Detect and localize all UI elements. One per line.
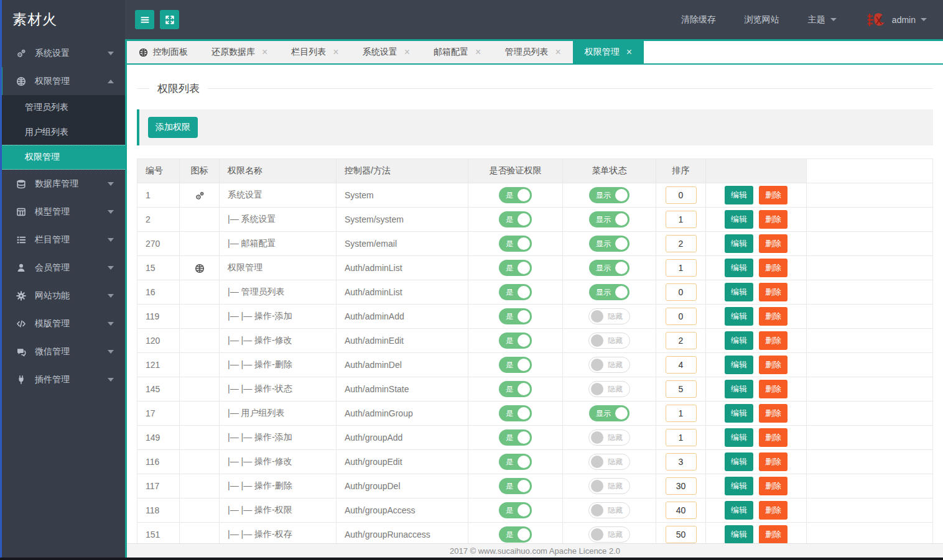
close-icon[interactable]: × [626, 47, 632, 57]
delete-button[interactable]: 删除 [759, 452, 787, 471]
menu-state-toggle[interactable]: 隐藏 [588, 502, 630, 518]
edit-button[interactable]: 编辑 [725, 477, 753, 495]
sort-input[interactable] [666, 235, 697, 252]
tab[interactable]: 权限管理× [573, 41, 644, 63]
delete-button[interactable]: 删除 [759, 404, 787, 423]
sort-input[interactable] [666, 332, 697, 349]
tab[interactable]: 控制面板 [127, 41, 200, 63]
menu-state-toggle[interactable]: 隐藏 [588, 381, 630, 397]
delete-button[interactable]: 删除 [759, 501, 787, 520]
sort-input[interactable] [666, 186, 697, 204]
menu-state-toggle[interactable]: 隐藏 [588, 333, 630, 349]
sort-input[interactable] [666, 429, 697, 446]
verify-toggle[interactable]: 是 [499, 260, 532, 276]
edit-button[interactable]: 编辑 [725, 331, 753, 350]
delete-button[interactable]: 删除 [759, 477, 787, 495]
sort-input[interactable] [666, 477, 697, 495]
sort-input[interactable] [666, 356, 697, 374]
tab[interactable]: 栏目列表× [279, 41, 350, 63]
sidebar-toggle-button[interactable] [135, 10, 154, 29]
tab[interactable]: 邮箱配置× [422, 41, 493, 63]
sidebar-item[interactable]: 网站功能 [0, 282, 125, 310]
delete-button[interactable]: 删除 [759, 283, 787, 301]
menu-state-toggle[interactable]: 隐藏 [588, 357, 630, 373]
delete-button[interactable]: 删除 [759, 210, 787, 229]
sidebar-item[interactable]: 权限管理 [0, 67, 125, 95]
verify-toggle[interactable]: 是 [499, 429, 532, 446]
delete-button[interactable]: 删除 [759, 525, 787, 543]
menu-state-toggle[interactable]: 显示 [589, 284, 629, 300]
verify-toggle[interactable]: 是 [499, 284, 532, 300]
verify-toggle[interactable]: 是 [499, 187, 532, 203]
verify-toggle[interactable]: 是 [499, 211, 532, 227]
edit-button[interactable]: 编辑 [725, 525, 753, 543]
delete-button[interactable]: 删除 [759, 259, 787, 277]
verify-toggle[interactable]: 是 [499, 405, 532, 421]
sort-input[interactable] [666, 526, 697, 543]
edit-button[interactable]: 编辑 [725, 259, 753, 277]
sort-input[interactable] [666, 211, 697, 228]
edit-button[interactable]: 编辑 [725, 307, 753, 326]
menu-state-toggle[interactable]: 隐藏 [588, 526, 630, 543]
edit-button[interactable]: 编辑 [725, 501, 753, 520]
verify-toggle[interactable]: 是 [499, 308, 532, 324]
close-icon[interactable]: × [555, 47, 560, 57]
clear-cache-link[interactable]: 清除缓存 [681, 14, 716, 25]
edit-button[interactable]: 编辑 [725, 404, 753, 423]
verify-toggle[interactable]: 是 [499, 357, 532, 373]
delete-button[interactable]: 删除 [759, 331, 787, 350]
menu-state-toggle[interactable]: 显示 [589, 236, 629, 252]
verify-toggle[interactable]: 是 [499, 381, 532, 397]
sidebar-subitem[interactable]: 用户组列表 [0, 120, 125, 145]
menu-state-toggle[interactable]: 显示 [589, 211, 629, 227]
delete-button[interactable]: 删除 [759, 356, 787, 374]
sort-input[interactable] [666, 259, 697, 277]
sidebar-item[interactable]: 插件管理 [0, 365, 125, 393]
edit-button[interactable]: 编辑 [725, 234, 753, 253]
edit-button[interactable]: 编辑 [725, 210, 753, 229]
edit-button[interactable]: 编辑 [725, 186, 753, 204]
menu-state-toggle[interactable]: 隐藏 [588, 454, 630, 470]
edit-button[interactable]: 编辑 [725, 380, 753, 398]
delete-button[interactable]: 删除 [759, 428, 787, 447]
menu-state-toggle[interactable]: 隐藏 [588, 308, 630, 324]
brand-logo[interactable]: 素材火 [0, 0, 125, 39]
delete-button[interactable]: 删除 [759, 234, 787, 253]
verify-toggle[interactable]: 是 [499, 454, 532, 470]
verify-toggle[interactable]: 是 [499, 333, 532, 349]
menu-state-toggle[interactable]: 显示 [589, 187, 629, 203]
menu-state-toggle[interactable]: 显示 [589, 260, 629, 276]
tab[interactable]: 管理员列表× [493, 41, 572, 63]
sidebar-item[interactable]: 系统设置 [0, 39, 125, 67]
menu-state-toggle[interactable]: 隐藏 [588, 478, 630, 494]
sidebar-item[interactable]: 数据库管理 [0, 170, 125, 198]
verify-toggle[interactable]: 是 [499, 236, 532, 252]
edit-button[interactable]: 编辑 [725, 356, 753, 374]
verify-toggle[interactable]: 是 [499, 502, 532, 518]
browse-site-link[interactable]: 浏览网站 [745, 14, 779, 25]
tab[interactable]: 系统设置× [351, 41, 422, 63]
fullscreen-button[interactable] [160, 10, 179, 29]
sidebar-item[interactable]: 模型管理 [0, 198, 125, 226]
verify-toggle[interactable]: 是 [499, 526, 532, 543]
verify-toggle[interactable]: 是 [499, 478, 532, 494]
sort-input[interactable] [666, 453, 697, 470]
edit-button[interactable]: 编辑 [725, 428, 753, 447]
sidebar-item[interactable]: 会员管理 [0, 254, 125, 282]
sort-input[interactable] [666, 502, 697, 519]
edit-button[interactable]: 编辑 [725, 283, 753, 301]
sidebar-item[interactable]: 栏目管理 [0, 226, 125, 254]
close-icon[interactable]: × [333, 47, 338, 57]
sort-input[interactable] [666, 308, 697, 325]
sidebar-subitem[interactable]: 管理员列表 [0, 95, 125, 120]
sort-input[interactable] [666, 380, 697, 398]
tab[interactable]: 还原数据库× [200, 41, 279, 63]
close-icon[interactable]: × [475, 47, 481, 57]
edit-button[interactable]: 编辑 [725, 452, 753, 471]
sidebar-item[interactable]: 模版管理 [0, 310, 125, 337]
close-icon[interactable]: × [262, 47, 267, 57]
delete-button[interactable]: 删除 [759, 380, 787, 398]
delete-button[interactable]: 删除 [759, 186, 787, 204]
theme-menu[interactable]: 主题 [808, 14, 837, 25]
sidebar-item[interactable]: 微信管理 [0, 337, 125, 365]
